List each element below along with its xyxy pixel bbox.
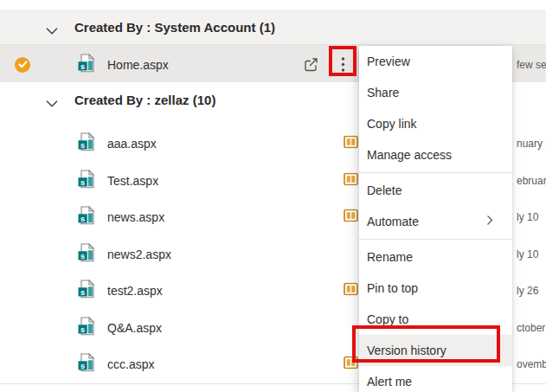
menu-item-label: Delete <box>367 183 401 197</box>
context-menu: PreviewShareCopy linkManage accessDelete… <box>359 46 512 392</box>
sharepoint-page-icon: s <box>78 132 94 155</box>
menu-divider <box>359 172 512 173</box>
menu-item-label: Preview <box>367 55 410 68</box>
group-header-label: Created By : System Account (1) <box>74 20 275 35</box>
menu-item-copy-to[interactable]: Copy to <box>359 304 512 335</box>
news-post-icon <box>344 136 358 152</box>
file-name[interactable]: Test.aspx <box>107 174 158 188</box>
sharepoint-document-library: Created By : System Account (1) s Home.a… <box>0 0 546 392</box>
modified-date: ly 10 <box>517 248 538 260</box>
modified-date: ovemb <box>517 358 546 370</box>
sharepoint-page-icon: s <box>78 353 94 376</box>
file-name[interactable]: news2.aspx <box>107 247 171 261</box>
news-post-icon <box>344 209 358 226</box>
menu-item-version-history[interactable]: Version history <box>359 335 512 366</box>
menu-item-pin-to-top[interactable]: Pin to top <box>359 273 512 304</box>
svg-text:s: s <box>80 288 85 297</box>
modified-date: ly 26 <box>517 285 538 297</box>
menu-item-label: Copy link <box>367 117 417 131</box>
modified-date: ctober <box>517 322 545 334</box>
menu-item-label: Manage access <box>367 148 452 162</box>
selected-check-icon[interactable] <box>15 57 30 73</box>
menu-item-alert-me[interactable]: Alert me <box>359 366 512 392</box>
menu-item-copy-link[interactable]: Copy link <box>359 108 512 139</box>
menu-item-label: Version history <box>367 344 446 357</box>
menu-item-label: Automate <box>367 215 419 228</box>
file-name[interactable]: Home.aspx <box>107 58 169 72</box>
chevron-down-icon[interactable] <box>46 96 58 104</box>
modified-date: nuary 2 <box>517 138 546 150</box>
group-header-system-account[interactable]: Created By : System Account (1) <box>0 10 546 45</box>
menu-item-label: Alert me <box>367 375 412 389</box>
menu-item-rename[interactable]: Rename <box>359 241 512 273</box>
share-button[interactable] <box>301 55 320 74</box>
svg-text:s: s <box>80 177 85 186</box>
menu-item-automate[interactable]: Automate <box>359 206 512 237</box>
menu-item-label: Share <box>367 86 399 100</box>
menu-item-manage-access[interactable]: Manage access <box>359 139 512 170</box>
file-name[interactable]: test2.aspx <box>107 284 163 298</box>
menu-item-label: Rename <box>367 250 413 264</box>
sharepoint-page-icon: s <box>78 206 94 228</box>
more-options-button[interactable] <box>336 55 350 74</box>
svg-text:s: s <box>80 141 85 150</box>
file-name[interactable]: news.aspx <box>107 210 164 224</box>
file-name[interactable]: ccc.aspx <box>107 357 154 371</box>
sharepoint-page-icon: s <box>78 243 94 266</box>
modified-date: ebruary <box>517 175 546 187</box>
modified-date: ly 10 <box>517 211 538 223</box>
news-post-icon <box>344 283 358 299</box>
modified-date: few sec <box>517 59 546 71</box>
sharepoint-page-icon: s <box>78 54 94 76</box>
svg-text:s: s <box>80 325 85 333</box>
sharepoint-page-icon: s <box>78 317 94 339</box>
menu-item-label: Pin to top <box>367 281 418 295</box>
menu-item-share[interactable]: Share <box>359 77 512 108</box>
chevron-right-icon <box>486 215 493 228</box>
group-header-label: Created By : zellaz (10) <box>74 93 215 107</box>
svg-text:s: s <box>80 251 85 260</box>
svg-text:s: s <box>80 61 85 70</box>
news-post-icon <box>344 172 358 189</box>
menu-item-delete[interactable]: Delete <box>359 175 512 206</box>
svg-text:s: s <box>80 362 85 370</box>
chevron-down-icon[interactable] <box>46 23 58 31</box>
file-name[interactable]: Q&A.aspx <box>107 321 162 335</box>
menu-divider <box>359 239 512 240</box>
sharepoint-page-icon: s <box>78 170 94 192</box>
news-post-icon <box>344 357 358 373</box>
svg-text:s: s <box>80 215 85 223</box>
file-name[interactable]: aaa.aspx <box>107 137 157 151</box>
menu-item-preview[interactable]: Preview <box>359 46 512 77</box>
menu-item-label: Copy to <box>367 312 408 326</box>
sharepoint-page-icon: s <box>78 280 94 302</box>
